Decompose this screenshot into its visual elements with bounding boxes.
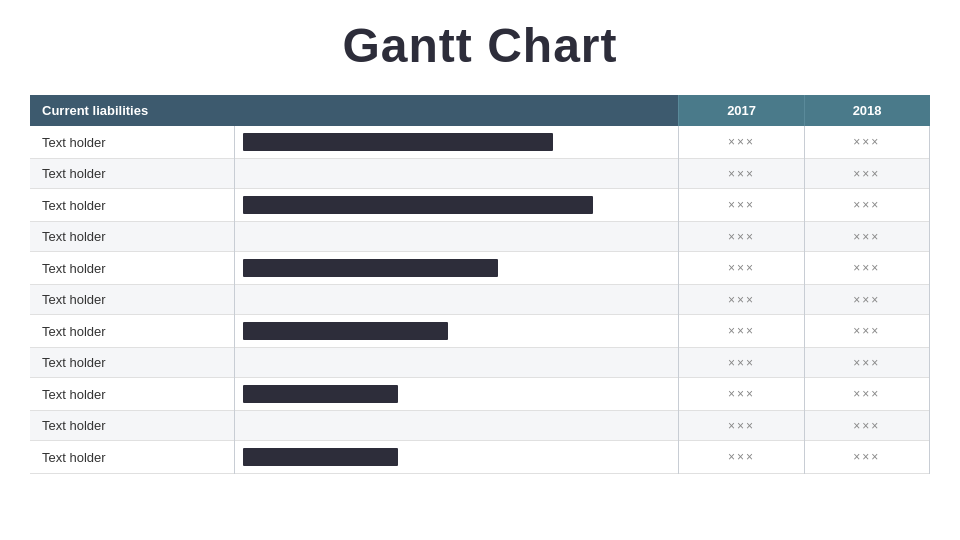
bar-cell — [235, 285, 679, 315]
value-2017: ××× — [679, 252, 804, 285]
bar-cell — [235, 126, 679, 159]
row-label: Text holder — [30, 126, 235, 159]
header-col3: 2017 — [679, 95, 804, 126]
value-2018: ××× — [804, 411, 929, 441]
row-label: Text holder — [30, 285, 235, 315]
value-2018: ××× — [804, 441, 929, 474]
value-2017: ××× — [679, 441, 804, 474]
table-row: Text holder×××××× — [30, 252, 930, 285]
value-2017: ××× — [679, 126, 804, 159]
bar-cell — [235, 378, 679, 411]
gantt-table: Current liabilities 2017 2018 Text holde… — [30, 95, 930, 474]
value-2017: ××× — [679, 348, 804, 378]
value-2018: ××× — [804, 378, 929, 411]
table-row: Text holder×××××× — [30, 222, 930, 252]
table-row: Text holder×××××× — [30, 159, 930, 189]
value-2018: ××× — [804, 285, 929, 315]
table-row: Text holder×××××× — [30, 285, 930, 315]
bar-cell — [235, 348, 679, 378]
bar-cell — [235, 411, 679, 441]
row-label: Text holder — [30, 348, 235, 378]
value-2017: ××× — [679, 159, 804, 189]
bar-cell — [235, 222, 679, 252]
gantt-bar — [243, 448, 398, 466]
value-2018: ××× — [804, 252, 929, 285]
value-2018: ××× — [804, 126, 929, 159]
page-title: Gantt Chart — [343, 18, 618, 73]
value-2017: ××× — [679, 285, 804, 315]
gantt-bar — [243, 385, 398, 403]
row-label: Text holder — [30, 222, 235, 252]
row-label: Text holder — [30, 411, 235, 441]
value-2018: ××× — [804, 348, 929, 378]
row-label: Text holder — [30, 189, 235, 222]
row-label: Text holder — [30, 159, 235, 189]
bar-cell — [235, 315, 679, 348]
row-label: Text holder — [30, 252, 235, 285]
header-col4: 2018 — [804, 95, 929, 126]
table-row: Text holder×××××× — [30, 348, 930, 378]
row-label: Text holder — [30, 378, 235, 411]
table-row: Text holder×××××× — [30, 411, 930, 441]
value-2017: ××× — [679, 411, 804, 441]
value-2018: ××× — [804, 159, 929, 189]
value-2017: ××× — [679, 222, 804, 252]
value-2018: ××× — [804, 222, 929, 252]
header-col2 — [235, 95, 679, 126]
bar-cell — [235, 252, 679, 285]
row-label: Text holder — [30, 441, 235, 474]
table-row: Text holder×××××× — [30, 315, 930, 348]
value-2017: ××× — [679, 189, 804, 222]
bar-cell — [235, 189, 679, 222]
gantt-bar — [243, 259, 498, 277]
value-2018: ××× — [804, 315, 929, 348]
table-row: Text holder×××××× — [30, 189, 930, 222]
bar-cell — [235, 441, 679, 474]
bar-cell — [235, 159, 679, 189]
gantt-bar — [243, 322, 448, 340]
table-row: Text holder×××××× — [30, 441, 930, 474]
gantt-bar — [243, 133, 553, 151]
gantt-bar — [243, 196, 593, 214]
value-2018: ××× — [804, 189, 929, 222]
row-label: Text holder — [30, 315, 235, 348]
table-row: Text holder×××××× — [30, 378, 930, 411]
header-col1: Current liabilities — [30, 95, 235, 126]
page: Gantt Chart Current liabilities 2017 201… — [0, 0, 960, 540]
table-row: Text holder×××××× — [30, 126, 930, 159]
value-2017: ××× — [679, 378, 804, 411]
value-2017: ××× — [679, 315, 804, 348]
